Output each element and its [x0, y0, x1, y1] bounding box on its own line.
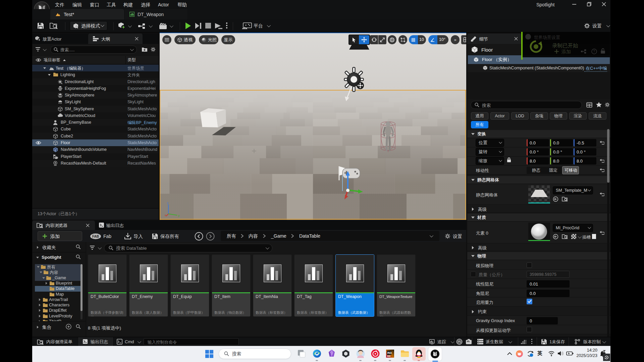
svg-text:x: x — [165, 214, 166, 217]
svg-text:RD: RD — [387, 351, 392, 355]
svg-text:y: y — [178, 214, 180, 217]
svg-text:z: z — [167, 202, 169, 205]
svg-text:FAB: FAB — [92, 235, 99, 238]
svg-text:?: ? — [593, 50, 595, 53]
